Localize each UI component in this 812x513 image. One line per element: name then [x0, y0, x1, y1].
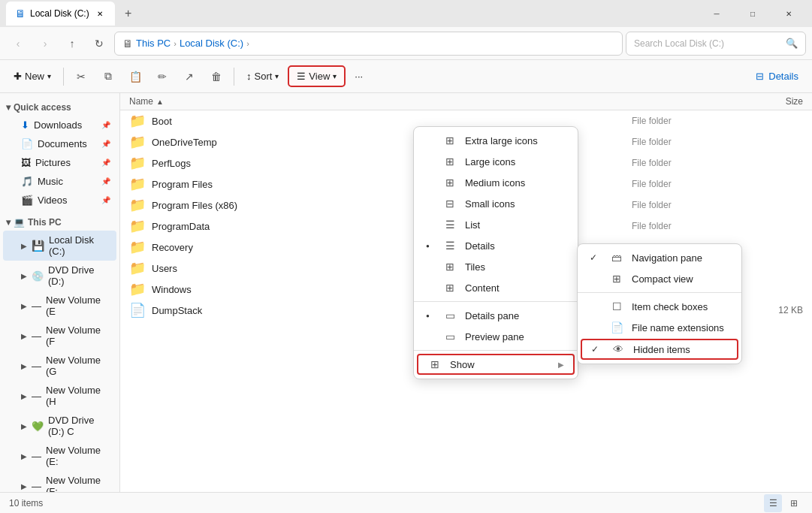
more-button[interactable]: ···: [347, 67, 370, 86]
maximize-button[interactable]: □: [735, 2, 770, 26]
sidebar-item-videos[interactable]: 🎬 Videos 📌: [3, 191, 116, 210]
sidebar-item-music[interactable]: 🎵 Music 📌: [3, 172, 116, 191]
tab-close-button[interactable]: ✕: [94, 8, 106, 20]
videos-icon: 🎬: [21, 195, 33, 206]
icon-hidden-items: 👁: [611, 343, 626, 355]
paste-button[interactable]: 📋: [122, 64, 148, 89]
rename-button[interactable]: ✏: [149, 64, 175, 89]
minimize-button[interactable]: ─: [699, 2, 734, 26]
label-large: Large icons: [465, 156, 515, 167]
view-menu[interactable]: ⊞ Extra large icons ⊞ Large icons ⊞ Medi…: [413, 126, 578, 379]
show-sep1: [578, 292, 741, 293]
this-pc-section[interactable]: ▾ 💻 This PC: [0, 213, 119, 231]
icon-extra-large: ⊞: [442, 134, 457, 146]
new-button[interactable]: ✚ New ▾: [6, 67, 59, 86]
sidebar-item-dvdd[interactable]: ▶ 💿 DVD Drive (D:): [3, 261, 116, 291]
sidebar-item-dvdd2[interactable]: ▶ 💚 DVD Drive (D:) C: [3, 411, 116, 441]
share-button[interactable]: ↗: [177, 64, 202, 89]
label-preview: Preview pane: [465, 331, 524, 343]
forward-button[interactable]: ›: [33, 32, 57, 56]
list-view-btn[interactable]: ☰: [764, 494, 782, 512]
details-button[interactable]: ⊟ Details: [748, 67, 806, 86]
toolbar-sep2: [234, 68, 234, 86]
sidebar-item-volj[interactable]: ▶ — New Volume (F:: [3, 471, 116, 492]
sidebar-item-voli[interactable]: ▶ — New Volume (E:: [3, 441, 116, 471]
menu-item-checkboxes[interactable]: ✓ ☐ Item check boxes: [578, 296, 741, 317]
refresh-button[interactable]: ↻: [87, 32, 111, 56]
arrow-vole: ▶: [21, 302, 27, 310]
pin-icon-music: 📌: [101, 177, 110, 186]
show-submenu[interactable]: ✓ 🗃 Navigation pane ✓ ⊞ Compact view ✓ ☐…: [577, 243, 742, 364]
file-area: Name ▲ Size 📁 Boot File folder 📁 OneDriv…: [120, 93, 812, 492]
active-tab[interactable]: 🖥 Local Disk (C:) ✕: [6, 2, 115, 26]
menu-large-icons[interactable]: ⊞ Large icons: [414, 151, 578, 172]
menu-separator: [414, 301, 578, 302]
folder-icon: 📁: [129, 113, 146, 129]
sidebar-item-volf[interactable]: ▶ — New Volume (F: [3, 321, 116, 351]
pin-icon-documents: 📌: [101, 140, 110, 148]
menu-preview-pane[interactable]: ▭ Preview pane: [414, 326, 578, 347]
breadcrumb-localdisk[interactable]: Local Disk (C:): [180, 38, 243, 49]
copy-button[interactable]: ⧉: [95, 64, 121, 89]
sidebar-item-vole[interactable]: ▶ — New Volume (E: [3, 291, 116, 321]
label-navigation-pane: Navigation pane: [632, 252, 702, 264]
sidebar-item-pictures[interactable]: 🖼 Pictures 📌: [3, 153, 116, 172]
breadcrumb[interactable]: 🖥 This PC › Local Disk (C:) ›: [114, 32, 623, 56]
quick-access-section[interactable]: ▾ Quick access: [0, 98, 119, 116]
arrow-volf: ▶: [21, 332, 27, 340]
folder-icon: 📁: [129, 176, 146, 192]
new-tab-button[interactable]: +: [118, 3, 139, 24]
menu-show[interactable]: ⊞ Show ▶: [417, 354, 575, 375]
menu-medium-icons[interactable]: ⊞ Medium icons: [414, 172, 578, 193]
dvdd2-label: DVD Drive (D:) C: [48, 415, 110, 437]
file-list-header: Name ▲ Size: [120, 93, 812, 110]
back-button[interactable]: ‹: [6, 32, 30, 56]
menu-small-icons[interactable]: ⊟ Small icons: [414, 193, 578, 214]
menu-file-extensions[interactable]: ✓ 📄 File name extensions: [578, 317, 741, 338]
search-bar[interactable]: Search Local Disk (C:) 🔍: [626, 32, 806, 56]
sort-button[interactable]: ↕ Sort ▾: [239, 67, 286, 86]
localdisk-label: Local Disk (C:): [49, 234, 110, 257]
menu-tiles[interactable]: ⊞ Tiles: [414, 256, 578, 277]
label-file-extensions: File name extensions: [632, 322, 724, 333]
sidebar-item-volh[interactable]: ▶ — New Volume (H: [3, 381, 116, 411]
view-button[interactable]: ☰ View ▾: [288, 65, 346, 87]
grid-view-btn[interactable]: ⊞: [785, 494, 803, 512]
breadcrumb-thispc[interactable]: This PC: [136, 38, 171, 49]
menu-details[interactable]: ● ☰ Details: [414, 235, 578, 256]
this-pc-label: This PC: [28, 217, 62, 228]
sidebar-item-downloads[interactable]: ⬇ Downloads 📌: [3, 116, 116, 134]
pin-icon-downloads: 📌: [101, 121, 110, 129]
delete-button[interactable]: 🗑: [204, 64, 229, 89]
view-dropdown-icon: ▾: [333, 72, 337, 80]
details-icon: ⊟: [756, 71, 764, 82]
menu-extra-large-icons[interactable]: ⊞ Extra large icons: [414, 130, 578, 151]
search-icon[interactable]: 🔍: [786, 38, 798, 49]
menu-hidden-items[interactable]: ✓ 👁 Hidden items: [581, 339, 738, 360]
sidebar-item-volg[interactable]: ▶ — New Volume (G: [3, 351, 116, 381]
menu-list[interactable]: ☰ List: [414, 214, 578, 235]
navigation-bar: ‹ › ↑ ↻ 🖥 This PC › Local Disk (C:) › Se…: [0, 27, 812, 60]
sort-icon: ↕: [246, 71, 252, 82]
menu-content[interactable]: ⊞ Content: [414, 277, 578, 298]
close-button[interactable]: ✕: [771, 2, 806, 26]
icon-list: ☰: [442, 219, 457, 231]
label-item-checkboxes: Item check boxes: [632, 301, 708, 312]
label-details: Details: [465, 240, 495, 252]
menu-navigation-pane[interactable]: ✓ 🗃 Navigation pane: [578, 247, 741, 268]
label-medium: Medium icons: [465, 177, 525, 189]
sidebar-item-documents[interactable]: 📄 Documents 📌: [3, 134, 116, 153]
vole-label: New Volume (E: [46, 294, 110, 317]
menu-details-pane[interactable]: ● ▭ Details pane: [414, 305, 578, 326]
menu-compact-view[interactable]: ✓ ⊞ Compact view: [578, 268, 741, 289]
label-compact-view: Compact view: [632, 273, 693, 285]
window-controls: ─ □ ✕: [699, 2, 806, 26]
col-name-header[interactable]: Name ▲: [129, 96, 725, 107]
cut-button[interactable]: ✂: [68, 64, 94, 89]
search-placeholder: Search Local Disk (C:): [634, 38, 724, 49]
up-button[interactable]: ↑: [60, 32, 84, 56]
this-pc-icon: 💻: [14, 217, 25, 228]
sidebar-item-localdisk[interactable]: ▶ 💾 Local Disk (C:): [3, 231, 116, 261]
titlebar: 🖥 Local Disk (C:) ✕ + ─ □ ✕: [0, 0, 812, 27]
col-size-header[interactable]: Size: [728, 96, 803, 107]
